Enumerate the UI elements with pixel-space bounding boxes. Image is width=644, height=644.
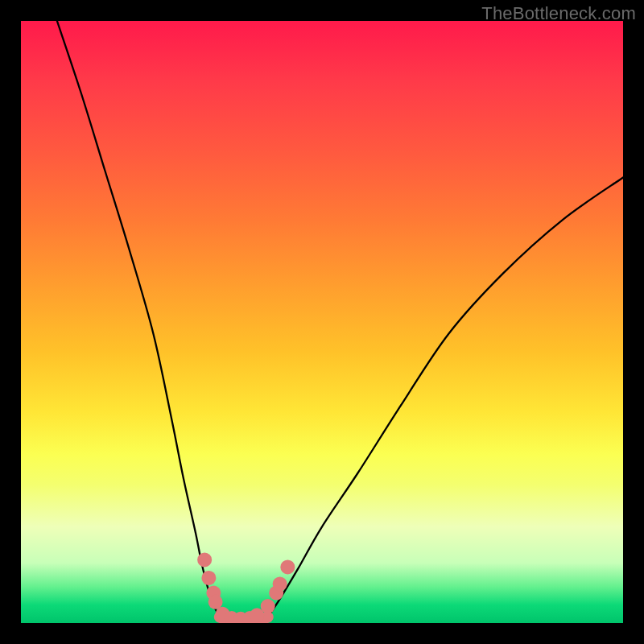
valley-dots-group	[197, 552, 295, 623]
valley-dot	[273, 576, 287, 591]
chart-frame: TheBottleneck.com	[0, 0, 644, 644]
valley-dot	[201, 571, 216, 585]
valley-dot	[197, 552, 212, 567]
left-curve	[57, 21, 220, 617]
valley-dot	[261, 599, 275, 613]
right-curve	[268, 177, 623, 617]
chart-svg	[21, 21, 623, 623]
watermark-text: TheBottleneck.com	[481, 3, 636, 24]
valley-dot	[208, 595, 223, 609]
plot-area	[21, 21, 623, 623]
valley-dot	[280, 559, 295, 574]
